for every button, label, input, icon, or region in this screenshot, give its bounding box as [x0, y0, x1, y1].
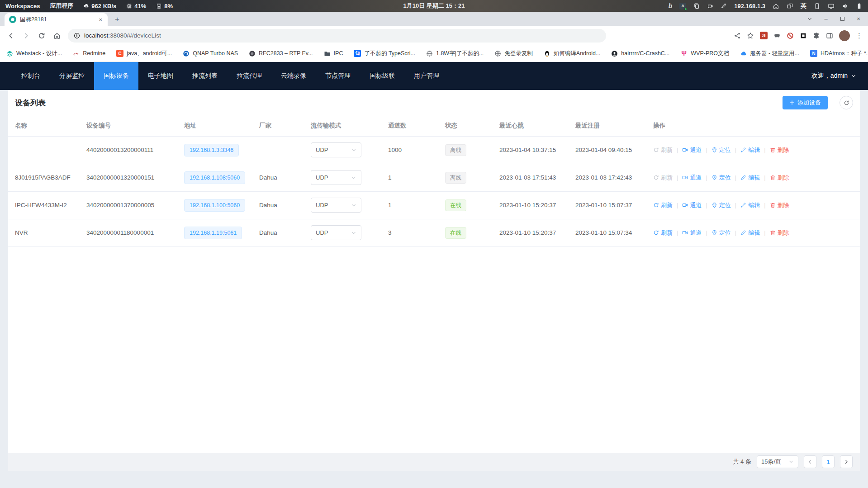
- edit-action[interactable]: 编辑: [740, 229, 760, 237]
- bookmark-item[interactable]: NHDAtmos :: 种子 *...: [810, 50, 868, 57]
- delete-action[interactable]: 删除: [770, 174, 789, 182]
- forward-button[interactable]: [19, 28, 33, 43]
- extension-square-icon[interactable]: [800, 32, 807, 39]
- home-tray-icon[interactable]: [773, 3, 779, 9]
- locate-action[interactable]: 定位: [711, 201, 731, 209]
- user-menu[interactable]: 欢迎，admin: [811, 72, 856, 80]
- nav-item-5[interactable]: 推流列表: [183, 62, 227, 90]
- new-tab-button[interactable]: +: [111, 14, 123, 25]
- site-info-icon[interactable]: [74, 33, 80, 39]
- clipboard-tray-icon[interactable]: [693, 3, 700, 9]
- extension-blocker-icon[interactable]: [787, 32, 794, 39]
- nav-item-4[interactable]: 电子地图: [138, 62, 183, 90]
- nav-item-6[interactable]: 拉流代理: [227, 62, 271, 90]
- column-header: 最近心跳: [495, 115, 571, 136]
- phone-link-icon[interactable]: [814, 3, 821, 9]
- stream-mode-select[interactable]: UDP: [311, 225, 361, 240]
- bookmark-item[interactable]: Redmine: [73, 50, 105, 57]
- refresh-action[interactable]: 刷新: [653, 146, 673, 154]
- locate-action[interactable]: 定位: [711, 174, 731, 182]
- channels-action[interactable]: 通道: [682, 229, 702, 237]
- device-list-panel: 设备列表 添加设备 名称设备编号地址厂家流传输模式通道: [8, 90, 860, 453]
- bookmark-item[interactable]: 1.8W字|了不起的...: [426, 50, 484, 57]
- refresh-action[interactable]: 刷新: [653, 201, 673, 209]
- bookmark-item[interactable]: 如何编译Android...: [544, 50, 601, 57]
- bookmark-item[interactable]: ΨWVP-PRO文档: [680, 50, 729, 57]
- nav-item-10[interactable]: 用户管理: [404, 62, 449, 90]
- bookmark-item[interactable]: Webstack - 设计...: [6, 50, 62, 57]
- delete-action[interactable]: 删除: [770, 201, 789, 209]
- app-tray-icon[interactable]: A: [679, 3, 686, 9]
- action-separator: |: [764, 229, 765, 236]
- channels-action[interactable]: 通道: [682, 201, 702, 209]
- workspaces-button[interactable]: Workspaces: [5, 3, 40, 9]
- channels-action[interactable]: 通道: [682, 174, 702, 182]
- stream-mode-select[interactable]: UDP: [311, 198, 361, 213]
- tab-favicon: [9, 16, 16, 23]
- bookmark-star-icon[interactable]: [747, 32, 754, 39]
- tab-close-icon[interactable]: ×: [98, 16, 103, 24]
- nav-item-9[interactable]: 国标级联: [360, 62, 404, 90]
- bookmark-item[interactable]: 服务器 - 轻量应用...: [740, 50, 799, 57]
- input-method-indicator[interactable]: 英: [801, 2, 806, 10]
- locate-action[interactable]: 定位: [711, 146, 731, 154]
- locate-action[interactable]: 定位: [711, 229, 731, 237]
- tab-search-chevron-icon[interactable]: [802, 12, 817, 26]
- refresh-action[interactable]: 刷新: [653, 229, 673, 237]
- browser-menu-icon[interactable]: ⋮: [856, 32, 863, 40]
- next-page-button[interactable]: [840, 455, 853, 468]
- edit-action[interactable]: 编辑: [740, 201, 760, 209]
- bing-tray-icon[interactable]: b: [669, 3, 673, 9]
- stream-mode-select[interactable]: UDP: [311, 142, 361, 157]
- home-button[interactable]: [50, 28, 64, 43]
- add-device-button[interactable]: 添加设备: [783, 96, 828, 109]
- prev-page-button[interactable]: [804, 455, 816, 468]
- stream-mode-select[interactable]: UDP: [311, 170, 361, 185]
- extension-mask-icon[interactable]: [773, 32, 781, 39]
- bookmark-item[interactable]: QNAP Turbo NAS: [183, 50, 238, 57]
- channels-action[interactable]: 通道: [682, 146, 702, 154]
- side-panel-icon[interactable]: [826, 32, 833, 39]
- volume-icon[interactable]: [842, 3, 849, 9]
- nav-item-8[interactable]: 节点管理: [316, 62, 360, 90]
- nav-item-2[interactable]: 分屏监控: [50, 62, 94, 90]
- column-header: 设备编号: [82, 115, 180, 136]
- close-window-button[interactable]: ×: [851, 12, 866, 26]
- refresh-action[interactable]: 刷新: [653, 174, 673, 182]
- delete-action[interactable]: 删除: [770, 229, 789, 237]
- delete-action[interactable]: 删除: [770, 146, 789, 154]
- edit-action[interactable]: 编辑: [740, 174, 760, 182]
- maximize-button[interactable]: [835, 12, 850, 26]
- share-icon[interactable]: [734, 32, 741, 39]
- nav-item-1[interactable]: 控制台: [12, 62, 50, 90]
- nav-item-7[interactable]: 云端录像: [271, 62, 316, 90]
- reload-button[interactable]: [34, 28, 49, 43]
- bookmark-item[interactable]: 知了不起的 TypeScri...: [354, 50, 415, 57]
- current-page-button[interactable]: 1: [822, 455, 835, 468]
- page-size-select[interactable]: 15条/页: [757, 455, 798, 468]
- ip-address-indicator[interactable]: 192.168.1.3: [734, 3, 765, 9]
- action-label: 编辑: [748, 174, 760, 182]
- display-tray-icon[interactable]: [828, 3, 835, 9]
- color-picker-tray-icon[interactable]: [721, 3, 727, 9]
- applications-button[interactable]: 应用程序: [50, 2, 73, 10]
- clock[interactable]: 1月10日 星期二 15：21: [403, 2, 465, 10]
- nav-item-3[interactable]: 国标设备: [94, 62, 138, 90]
- back-button[interactable]: [4, 28, 18, 43]
- extensions-puzzle-icon[interactable]: [813, 32, 820, 39]
- caffeine-tray-icon[interactable]: [707, 3, 713, 9]
- bookmark-item[interactable]: Cjava、android可...: [116, 50, 172, 57]
- browser-tab[interactable]: 国标28181 ×: [5, 13, 108, 26]
- bookmark-item[interactable]: RFC2833 – RTP Ev...: [249, 50, 313, 57]
- bookmark-item[interactable]: IPC: [324, 50, 343, 57]
- refresh-list-button[interactable]: [840, 96, 853, 109]
- address-bar[interactable]: localhost:38080/#/deviceList: [68, 29, 606, 43]
- edit-action[interactable]: 编辑: [740, 146, 760, 154]
- action-label: 编辑: [748, 146, 760, 154]
- window-switcher-icon[interactable]: [787, 3, 793, 9]
- minimize-button[interactable]: –: [818, 12, 834, 26]
- bookmark-item[interactable]: 免登录复制: [494, 50, 533, 57]
- profile-avatar[interactable]: [839, 30, 850, 41]
- extension-js-icon[interactable]: JS: [760, 32, 768, 39]
- bookmark-item[interactable]: hairrrrr/C-CrashC...: [611, 50, 669, 57]
